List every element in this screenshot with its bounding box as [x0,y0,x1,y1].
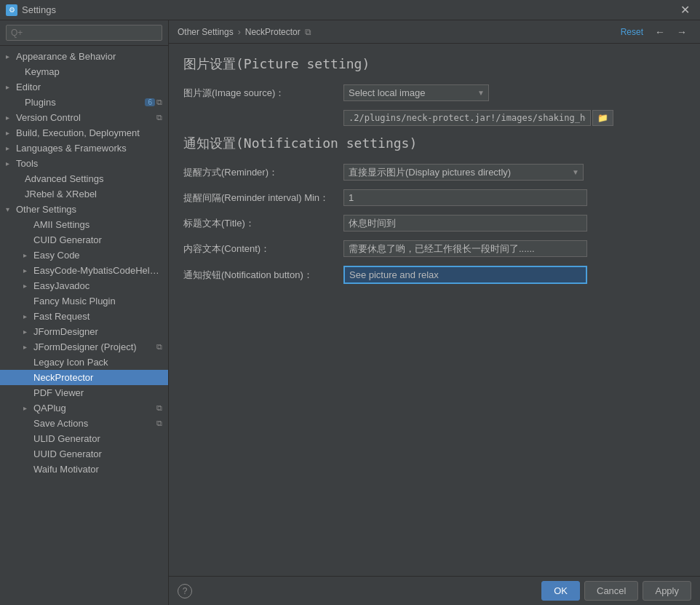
window-title: Settings [22,4,56,15]
forward-button[interactable]: → [672,25,691,39]
sidebar-item-fancy-music[interactable]: Fancy Music Plugin [0,293,168,309]
reminder-select[interactable]: 直接显示图片(Display pictures directly) Notifi… [343,164,584,181]
bottom-left: ? [178,584,192,598]
close-button[interactable]: ✕ [676,1,694,18]
sidebar-item-uuid-generator[interactable]: UUID Generator [0,446,168,462]
sidebar-item-fast-request[interactable]: ▸Fast Request [0,309,168,324]
sidebar-item-label: Save Actions [33,418,155,429]
interval-input[interactable] [343,189,587,206]
title-input[interactable] [343,215,587,232]
sidebar-item-plugins[interactable]: Plugins6⧉ [0,95,168,110]
notification-button-label: 通知按钮(Notification button)： [183,269,343,282]
content-row: 内容文本(Content)： [183,240,685,257]
sidebar-item-easy-code[interactable]: ▸Easy Code [0,248,168,263]
interval-control [343,189,685,206]
sidebar-item-keymap[interactable]: Keymap [0,64,168,79]
breadcrumb-separator: › [238,27,241,37]
bottom-right: OK Cancel Apply [541,581,691,601]
breadcrumb-current: NeckProtector [245,27,301,37]
sidebar-item-jrebel[interactable]: JRebel & XRebel [0,186,168,202]
sidebar-item-jformdesigner[interactable]: ▸JFormDesigner [0,324,168,339]
sidebar-item-pdf-viewer[interactable]: PDF Viewer [0,385,168,400]
search-box [0,20,168,46]
sidebar-item-label: JRebel & XRebel [25,189,162,199]
reminder-row: 提醒方式(Reminder)： 直接显示图片(Display pictures … [183,164,685,181]
sidebar-item-label: Build, Execution, Deployment [16,127,162,138]
sidebar-item-build-execution[interactable]: ▸Build, Execution, Deployment [0,125,168,141]
cancel-button[interactable]: Cancel [584,581,638,601]
sidebar-item-label: AMII Settings [33,219,162,230]
edit-icon: ⧉ [156,113,162,122]
arrow-icon: ▸ [23,328,32,336]
image-source-control: Select local image Use URL ▼ [343,84,685,101]
interval-label: 提醒间隔(Reminder interval) Min： [183,191,343,205]
main-content: ▸Appearance & BehaviorKeymap▸EditorPlugi… [0,20,700,605]
content-label: 内容文本(Content)： [183,242,343,256]
sidebar-item-neck-protector[interactable]: NeckProtector [0,370,168,385]
reset-button[interactable]: Reset [616,25,648,39]
title-bar-left: ⚙ Settings [6,4,56,16]
sidebar-item-ulid-generator[interactable]: ULID Generator [0,431,168,446]
sidebar-item-label: Fast Request [33,311,162,322]
file-path-input[interactable] [343,110,591,126]
sidebar-item-label: Editor [16,82,162,92]
sidebar-item-label: EasyCode-MybatisCodeHelper [33,265,162,276]
title-row: 标题文本(Title)： [183,215,685,232]
bottom-bar: ? OK Cancel Apply [169,576,700,605]
sidebar-item-qaplug[interactable]: ▸QAPlug⧉ [0,400,168,416]
edit-icon: ⧉ [156,342,162,352]
notification-section-title: 通知设置(Notification settings) [183,135,685,152]
sidebar-item-save-actions[interactable]: Save Actions⧉ [0,416,168,431]
arrow-icon: ▸ [6,114,15,122]
search-input[interactable] [6,25,162,41]
sidebar-item-appearance-behavior[interactable]: ▸Appearance & Behavior [0,49,168,64]
apply-button[interactable]: Apply [643,581,691,601]
image-source-row: 图片源(Image source)： Select local image Us… [183,84,685,101]
sidebar-item-label: JFormDesigner [33,326,162,337]
sidebar-item-label: Other Settings [16,204,162,215]
sidebar-item-version-control[interactable]: ▸Version Control⧉ [0,110,168,125]
sidebar-item-label: ULID Generator [33,433,162,444]
sidebar-item-jformdesigner-project[interactable]: ▸JFormDesigner (Project)⧉ [0,339,168,355]
settings-content: 图片设置(Picture setting) 图片源(Image source)：… [169,44,700,576]
edit-icon: ⧉ [156,419,162,428]
content-control [343,240,685,257]
sidebar-item-label: Waifu Motivator [33,464,162,475]
arrow-icon: ▸ [23,312,32,320]
back-button[interactable]: ← [651,25,669,39]
content-input[interactable] [343,240,587,257]
sidebar-item-advanced-settings[interactable]: Advanced Settings [0,171,168,186]
badge: 6 [145,98,155,106]
right-panel: Other Settings › NeckProtector ⧉ Reset ←… [169,20,700,605]
title-bar: ⚙ Settings ✕ [0,0,700,20]
sidebar-tree: ▸Appearance & BehaviorKeymap▸EditorPlugi… [0,46,168,605]
sidebar-item-label: QAPlug [33,403,155,414]
arrow-icon: ▸ [23,404,32,412]
sidebar-item-tools[interactable]: ▸Tools [0,156,168,171]
notification-button-control [343,266,685,284]
title-label: 标题文本(Title)： [183,217,343,230]
sidebar-item-label: Version Control [16,112,155,123]
sidebar-item-amii-settings[interactable]: AMII Settings [0,217,168,232]
sidebar-item-other-settings[interactable]: ▾Other Settings [0,202,168,217]
copy-icon[interactable]: ⧉ [305,27,311,37]
sidebar-item-editor[interactable]: ▸Editor [0,79,168,95]
sidebar-item-waifu-motivator[interactable]: Waifu Motivator [0,462,168,477]
notification-button-input[interactable] [343,266,587,284]
sidebar-item-cuid-generator[interactable]: CUID Generator [0,232,168,248]
sidebar-item-label: NeckProtector [33,372,162,383]
help-button[interactable]: ? [178,584,192,598]
reminder-control: 直接显示图片(Display pictures directly) Notifi… [343,164,685,181]
sidebar-item-easyjavadoc[interactable]: ▸EasyJavadoc [0,278,168,293]
sidebar-item-legacy-icon-pack[interactable]: Legacy Icon Pack [0,355,168,370]
sidebar-item-label: Keymap [25,66,162,77]
arrow-icon: ▸ [6,129,15,137]
sidebar-item-languages-frameworks[interactable]: ▸Languages & Frameworks [0,141,168,156]
edit-icon: ⧉ [156,403,162,413]
image-source-select[interactable]: Select local image Use URL [343,84,489,101]
sidebar-item-easycode-mybatis[interactable]: ▸EasyCode-MybatisCodeHelper [0,263,168,278]
sidebar-item-label: Easy Code [33,250,162,261]
ok-button[interactable]: OK [541,581,580,601]
file-browse-button[interactable]: 📁 [592,110,613,126]
sidebar-item-label: Advanced Settings [25,173,162,184]
